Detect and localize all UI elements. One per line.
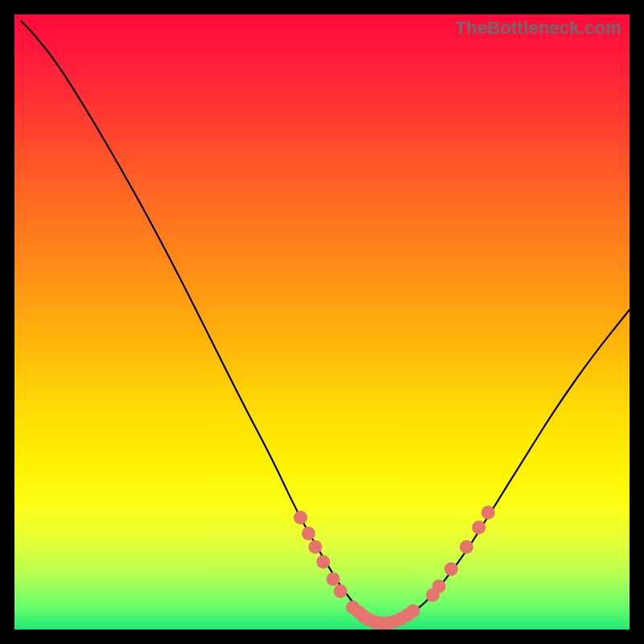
bottleneck-curve [21, 21, 630, 623]
chart-svg [14, 14, 630, 630]
scatter-dot [308, 540, 322, 554]
scatter-dot [316, 555, 330, 569]
scatter-dot [481, 506, 495, 519]
plot-area: TheBottleneck.com [14, 14, 630, 630]
scatter-dot [432, 580, 446, 593]
chart-frame: TheBottleneck.com [0, 0, 644, 644]
scatter-dot [407, 605, 420, 618]
scatter-dot [460, 540, 473, 554]
scatter-dot [294, 511, 308, 525]
scatter-points [294, 506, 495, 630]
scatter-dot [333, 584, 347, 598]
scatter-dot [326, 572, 340, 586]
scatter-dot [472, 521, 485, 535]
scatter-dot [444, 563, 458, 576]
scatter-dot [302, 526, 316, 540]
